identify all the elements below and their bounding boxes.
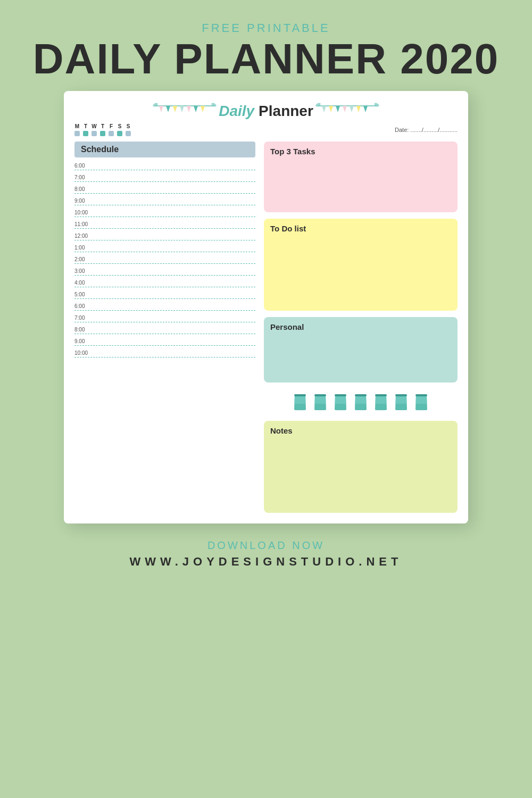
banner-right-icon xyxy=(315,102,379,120)
time-row: 9:00 xyxy=(74,195,255,206)
dashed-line xyxy=(74,287,255,287)
svg-rect-22 xyxy=(335,394,346,396)
day-dot-w xyxy=(92,131,97,136)
svg-marker-6 xyxy=(194,106,198,112)
water-cup-5-icon xyxy=(373,392,389,411)
day-item-f: F xyxy=(109,123,114,136)
dashed-line xyxy=(74,275,255,276)
footer: DOWNLOAD NOW WWW.JOYDESIGNSTUDIO.NET xyxy=(130,539,403,569)
website-url: WWW.JOYDESIGNSTUDIO.NET xyxy=(130,555,403,569)
two-col-layout: Schedule 6:00 7:00 8:00 9:0 xyxy=(74,142,458,513)
time-row: 5:00 xyxy=(74,288,255,300)
water-tracker xyxy=(264,389,458,414)
day-dot-f xyxy=(109,131,114,136)
time-row: 7:00 xyxy=(74,312,255,323)
svg-rect-20 xyxy=(294,394,306,396)
day-item-s1: S xyxy=(117,123,122,136)
time-row: 8:00 xyxy=(74,323,255,335)
day-dot-s1 xyxy=(117,131,122,136)
day-item-m: M xyxy=(74,123,80,136)
svg-marker-15 xyxy=(350,106,354,112)
time-row: 6:00 xyxy=(74,160,255,171)
top3-content xyxy=(270,159,451,207)
time-row: 2:00 xyxy=(74,253,255,265)
schedule-header: Schedule xyxy=(74,142,255,157)
subtitle: FREE PRINTABLE xyxy=(33,21,499,35)
svg-point-8 xyxy=(153,102,159,107)
todo-section: To Do list xyxy=(264,219,458,311)
dashed-line xyxy=(74,228,255,229)
top3-title: Top 3 Tasks xyxy=(270,147,451,156)
dashed-line xyxy=(74,252,255,252)
main-title: DAILY PLANNER 2020 xyxy=(33,38,499,80)
planner-card: Daily Planner M xyxy=(64,91,468,523)
notes-title: Notes xyxy=(270,426,451,435)
dashed-line xyxy=(74,263,255,264)
date-field: Date: ......./........./........... xyxy=(395,127,458,133)
cta-text: DOWNLOAD NOW xyxy=(130,539,403,552)
svg-point-19 xyxy=(373,102,379,107)
dashed-line xyxy=(74,322,255,322)
time-row: 1:00 xyxy=(74,242,255,253)
svg-point-9 xyxy=(211,102,217,107)
personal-title: Personal xyxy=(270,322,451,331)
day-dot-m xyxy=(74,131,80,136)
page-wrapper: FREE PRINTABLE DAILY PLANNER 2020 xyxy=(0,0,532,798)
day-dot-t2 xyxy=(100,131,105,136)
time-row: 6:00 xyxy=(74,300,255,312)
top3-tasks-section: Top 3 Tasks xyxy=(264,142,458,212)
svg-rect-24 xyxy=(375,394,387,396)
day-item-t2: T xyxy=(100,123,105,136)
dashed-line xyxy=(74,357,255,358)
water-cup-4-icon xyxy=(353,392,369,411)
card-header: Daily Planner xyxy=(74,102,458,120)
schedule-rows: 6:00 7:00 8:00 9:00 xyxy=(74,160,255,359)
svg-marker-2 xyxy=(166,106,170,112)
dashed-line xyxy=(74,217,255,217)
right-col: Top 3 Tasks To Do list Personal xyxy=(264,142,458,513)
todo-content xyxy=(270,236,451,305)
time-row: 10:00 xyxy=(74,206,255,218)
svg-marker-17 xyxy=(363,106,368,112)
personal-section: Personal xyxy=(264,317,458,383)
svg-marker-4 xyxy=(180,106,184,112)
svg-marker-3 xyxy=(173,106,177,112)
svg-marker-16 xyxy=(356,106,361,112)
svg-rect-21 xyxy=(314,394,326,396)
svg-rect-25 xyxy=(395,394,407,396)
water-cup-7-icon xyxy=(413,392,429,411)
svg-point-18 xyxy=(315,102,321,107)
notes-content xyxy=(270,438,451,508)
days-left: M T W T F xyxy=(74,123,131,136)
svg-marker-11 xyxy=(322,106,326,112)
header: FREE PRINTABLE DAILY PLANNER 2020 xyxy=(33,0,499,80)
svg-marker-12 xyxy=(329,106,333,112)
dashed-line xyxy=(74,170,255,170)
dashed-line xyxy=(74,298,255,299)
svg-marker-13 xyxy=(336,106,340,112)
dashed-line xyxy=(74,334,255,334)
schedule-section: Schedule 6:00 7:00 8:00 9:0 xyxy=(74,142,255,359)
notes-section: Notes xyxy=(264,421,458,513)
card-title-planner: Planner xyxy=(259,103,313,120)
day-dot-s2 xyxy=(126,131,131,136)
day-item-t1: T xyxy=(83,123,88,136)
time-row: 3:00 xyxy=(74,265,255,277)
time-row: 10:00 xyxy=(74,347,255,359)
svg-marker-1 xyxy=(159,106,163,112)
todo-title: To Do list xyxy=(270,224,451,233)
time-row: 12:00 xyxy=(74,230,255,242)
water-cup-1-icon xyxy=(292,392,308,411)
card-title-daily: Daily xyxy=(219,103,254,120)
svg-rect-26 xyxy=(415,394,427,396)
water-cup-3-icon xyxy=(332,392,348,411)
dashed-line xyxy=(74,310,255,311)
day-dot-t1 xyxy=(83,131,88,136)
dashed-line xyxy=(74,205,255,205)
dashed-line xyxy=(74,181,255,182)
svg-marker-7 xyxy=(201,106,205,112)
dashed-line xyxy=(74,240,255,240)
svg-marker-5 xyxy=(187,106,191,112)
time-row: 4:00 xyxy=(74,277,255,288)
svg-rect-23 xyxy=(355,394,367,396)
